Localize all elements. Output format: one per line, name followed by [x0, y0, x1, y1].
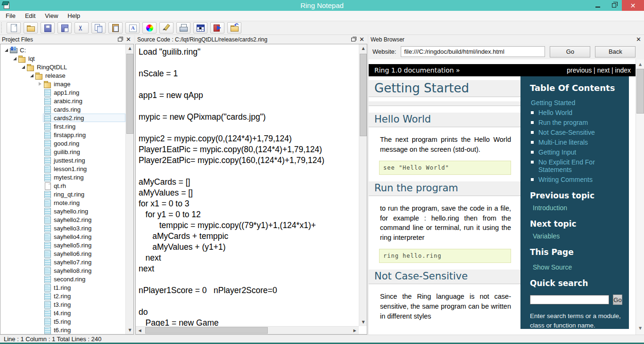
copy-button[interactable]	[91, 22, 106, 33]
float-panel-icon[interactable]	[118, 38, 122, 41]
toc-item[interactable]: Run the program	[530, 119, 622, 126]
tree-item-app1-ring[interactable]: app1.ring	[0, 88, 125, 97]
scroll-right-icon[interactable]: ▶	[351, 327, 359, 335]
table-button[interactable]	[193, 22, 207, 33]
scroll-up-icon[interactable]: ▲	[636, 60, 644, 68]
doc-nav-next-link[interactable]: next	[597, 66, 610, 74]
pen-button[interactable]	[159, 22, 173, 33]
editor-horizontal-scrollbar[interactable]: ◀ ▶	[136, 326, 359, 334]
tree-item-t3-ring[interactable]: t3.ring	[0, 300, 125, 309]
tree-item-sayhello-ring[interactable]: sayhello.ring	[0, 207, 125, 215]
toolbar-grip[interactable]	[1, 23, 4, 33]
tree-item-justtest-ring[interactable]: justtest.ring	[0, 156, 125, 164]
tree-item-sayhello2-ring[interactable]: sayhello2.ring	[0, 215, 125, 224]
tree-item-t6-ring[interactable]: t6.ring	[0, 326, 125, 334]
close-panel-icon[interactable]: ✕	[359, 37, 364, 42]
tree-item-good-ring[interactable]: good.ring	[0, 139, 125, 147]
browser-scrollbar[interactable]: ▲ ▼	[636, 59, 644, 335]
expanded-arrow-icon[interactable]	[5, 49, 8, 52]
tree-item-c-[interactable]: C:	[0, 46, 125, 54]
tree-item-first-ring[interactable]: first.ring	[0, 122, 125, 131]
menu-file[interactable]: File	[1, 11, 20, 20]
restore-button[interactable]	[606, 0, 622, 11]
tree-item-t4-ring[interactable]: t4.ring	[0, 309, 125, 317]
tree-item-sayhello3-ring[interactable]: sayhello3.ring	[0, 224, 125, 232]
toc-item[interactable]: No Explicit End For Statements	[530, 158, 622, 173]
scroll-up-icon[interactable]: ▲	[359, 44, 367, 52]
doc-breadcrumb[interactable]: Ring 1.0 documentation »	[374, 66, 567, 74]
tree-item-rnote-ring[interactable]: rnote.ring	[0, 198, 125, 207]
tree-item-ring-qt-ring[interactable]: ring_qt.ring	[0, 190, 125, 198]
doc-nav-index-link[interactable]: index	[615, 66, 631, 74]
editor-vertical-scrollbar[interactable]: ▲ ▼	[359, 44, 367, 326]
tree-item-mytest-ring[interactable]: mytest.ring	[0, 173, 125, 181]
back-button[interactable]: Back	[595, 46, 636, 57]
tree-item-second-ring[interactable]: second.ring	[0, 275, 125, 283]
close-button[interactable]: ✕	[622, 0, 644, 11]
tree-item-release[interactable]: release	[0, 71, 125, 80]
quick-search-go-button[interactable]: Go	[613, 295, 622, 305]
color-button[interactable]	[142, 22, 157, 33]
folder-icon	[27, 64, 34, 71]
website-input[interactable]	[401, 46, 545, 57]
paste-button[interactable]	[108, 22, 123, 33]
tree-item-qt-rh[interactable]: qt.rh	[0, 181, 125, 190]
tree-item-t5-ring[interactable]: t5.ring	[0, 317, 125, 326]
tree-item-sayhello6-ring[interactable]: sayhello6.ring	[0, 249, 125, 258]
save-as-button[interactable]	[58, 22, 72, 33]
cut-button[interactable]	[74, 22, 89, 33]
tree-item-ringqtdll[interactable]: RingQtDLL	[0, 63, 125, 71]
toc-item[interactable]: Writing Comments	[530, 176, 622, 183]
code-editor[interactable]: Load "guilib.ring" nScale = 1 app1 = new…	[136, 44, 359, 326]
show-source-link[interactable]: Show Source	[533, 263, 622, 271]
scroll-left-icon[interactable]: ◀	[136, 327, 144, 335]
menu-help[interactable]: Help	[63, 11, 85, 20]
new-file-button[interactable]	[7, 22, 21, 33]
tree-item-t1-ring[interactable]: t1.ring	[0, 283, 125, 292]
float-panel-icon[interactable]	[351, 38, 355, 41]
quick-search-input[interactable]	[530, 295, 609, 304]
tree-item-sayhello5-ring[interactable]: sayhello5.ring	[0, 241, 125, 249]
save-button[interactable]	[41, 22, 55, 33]
open-file-button[interactable]	[24, 22, 38, 33]
font-button[interactable]	[125, 22, 140, 33]
next-topic-link[interactable]: Variables	[533, 232, 622, 240]
tree-item-lqt[interactable]: lqt	[0, 54, 125, 63]
minimize-button[interactable]	[590, 0, 606, 11]
tree-item-sayhello8-ring[interactable]: sayhello8.ring	[0, 266, 125, 275]
toc-root-link[interactable]: Getting Started	[531, 99, 622, 106]
expanded-arrow-icon[interactable]	[22, 66, 25, 69]
scroll-down-icon[interactable]: ▼	[359, 318, 367, 326]
doc-nav-previous-link[interactable]: previous	[567, 66, 592, 74]
tree-item-firstapp-ring[interactable]: firstapp.ring	[0, 131, 125, 139]
tree-item-arabic-ring[interactable]: arabic.ring	[0, 97, 125, 105]
toc-item[interactable]: Multi-Line literals	[530, 139, 622, 146]
go-button[interactable]: Go	[550, 46, 590, 57]
run-button[interactable]	[210, 22, 224, 33]
toc-item[interactable]: Hello World	[530, 109, 622, 116]
collapsed-arrow-icon[interactable]	[39, 82, 41, 86]
revert-button[interactable]: ↶	[227, 22, 241, 33]
tree-item-cards-ring[interactable]: cards.ring	[0, 105, 125, 114]
menu-edit[interactable]: Edit	[20, 11, 40, 20]
expanded-arrow-icon[interactable]	[30, 74, 33, 77]
tree-item-lesson1-ring[interactable]: lesson1.ring	[0, 164, 125, 173]
previous-topic-link[interactable]: Introduction	[533, 204, 622, 212]
tree-item-t2-ring[interactable]: t2.ring	[0, 292, 125, 300]
tree-item-image[interactable]: image	[0, 80, 125, 88]
tree-item-cards2-ring[interactable]: cards2.ring	[0, 114, 125, 122]
toc-item[interactable]: Not Case-Sensitive	[530, 129, 622, 136]
expanded-arrow-icon[interactable]	[13, 57, 17, 60]
close-panel-icon[interactable]: ✕	[636, 37, 641, 42]
scroll-up-icon[interactable]: ▲	[126, 44, 134, 52]
close-panel-icon[interactable]: ✕	[126, 37, 131, 42]
scroll-down-icon[interactable]: ▼	[126, 326, 134, 334]
tree-item-guilib-ring[interactable]: guilib.ring	[0, 147, 125, 156]
tree-item-sayhello7-ring[interactable]: sayhello7.ring	[0, 258, 125, 266]
toc-item[interactable]: Getting Input	[530, 148, 622, 156]
scroll-down-icon[interactable]: ▼	[636, 324, 644, 332]
tree-item-sayhello4-ring[interactable]: sayhello4.ring	[0, 232, 125, 241]
print-button[interactable]	[176, 22, 190, 33]
project-tree-scrollbar[interactable]: ▲ ▼	[125, 44, 133, 334]
menu-view[interactable]: View	[40, 11, 63, 20]
